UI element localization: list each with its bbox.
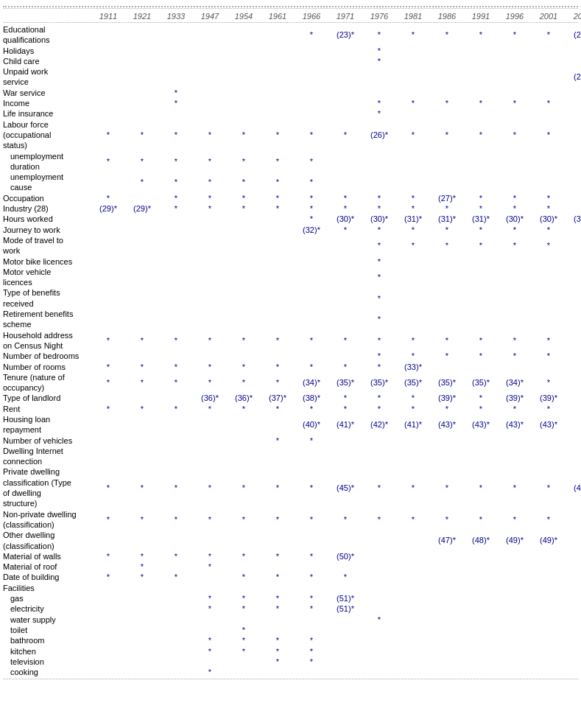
data-cell: * xyxy=(328,572,362,582)
year-header-2006: 2006 xyxy=(566,12,581,21)
data-cell: * xyxy=(362,108,396,119)
data-cell: * xyxy=(532,404,566,414)
topic-name: Educational qualifications xyxy=(3,24,91,46)
data-cell: * xyxy=(464,130,498,140)
data-cell: * xyxy=(159,335,193,346)
topic-name: bathroom xyxy=(3,635,91,645)
data-cell: * xyxy=(159,551,193,561)
year-header-1976: 1976 xyxy=(362,12,396,21)
topic-name: television xyxy=(3,657,91,667)
topic-name: Income xyxy=(3,98,91,108)
data-cell: * xyxy=(227,635,261,645)
data-cell: * xyxy=(261,130,295,140)
data-cell: * xyxy=(566,240,581,251)
table-row: Educational qualifications*(23)*******(2… xyxy=(3,24,578,46)
data-cell: * xyxy=(91,572,125,582)
data-cell: * xyxy=(125,130,159,140)
data-cell: * xyxy=(328,514,362,525)
data-cell: * xyxy=(91,404,125,414)
table-row: Dwelling Internetconnection** xyxy=(3,446,578,467)
data-cell: * xyxy=(295,603,328,614)
topic-name: unemploymentduration xyxy=(3,151,91,172)
data-cell: * xyxy=(125,377,159,388)
data-cell: * xyxy=(430,130,464,140)
data-cell: * xyxy=(193,177,227,187)
data-cell: * xyxy=(532,514,566,525)
data-cell: * xyxy=(159,514,193,525)
data-cell: * xyxy=(396,351,430,361)
data-cell: * xyxy=(362,225,396,235)
table-row: Occupation*********(27)****** xyxy=(3,193,578,203)
data-cell: * xyxy=(125,177,159,187)
table-row: Mode of travel towork******** xyxy=(3,235,578,256)
table-row: Motor vehiclelicences* xyxy=(3,267,578,288)
table-row: bathroom**** xyxy=(3,635,578,645)
header-bottom-border xyxy=(3,22,578,23)
data-cell: * xyxy=(498,404,532,414)
data-cell: * xyxy=(498,351,532,361)
topic-name: Dwelling Internetconnection xyxy=(3,446,91,467)
data-cell: * xyxy=(193,377,227,388)
data-cell: (33)* xyxy=(396,362,430,372)
data-cell: * xyxy=(227,335,261,346)
data-cell: * xyxy=(91,156,125,167)
table-row: Labour force(occupationalstatus)********… xyxy=(3,119,578,151)
data-cell: * xyxy=(566,98,581,108)
data-cell: * xyxy=(362,272,396,282)
data-cell: * xyxy=(227,377,261,388)
table-row: Number of bedrooms******** xyxy=(3,351,578,361)
data-cell: * xyxy=(159,362,193,372)
table-row: Household addresson Census Night********… xyxy=(3,330,578,351)
data-cell: * xyxy=(566,130,581,140)
data-cell: (35)* xyxy=(396,377,430,388)
table-row: Unpaid workservice(25)*(25)* xyxy=(3,66,578,88)
data-cell: * xyxy=(464,193,498,203)
table-row: Private dwellingclassification (Typeof d… xyxy=(3,466,578,508)
data-cell: * xyxy=(498,483,532,493)
data-cell: * xyxy=(464,98,498,108)
data-cell: * xyxy=(261,362,295,372)
data-cell: * xyxy=(261,404,295,414)
year-header-1933: 1933 xyxy=(159,12,193,21)
data-cell: * xyxy=(261,483,295,493)
topic-name: Material of roof xyxy=(3,561,91,572)
data-cell: * xyxy=(295,551,328,561)
data-cell: * xyxy=(125,335,159,346)
data-cell: * xyxy=(430,404,464,414)
data-cell: * xyxy=(430,483,464,493)
topic-name: Life insurance xyxy=(3,108,91,119)
data-cell: (30)* xyxy=(362,214,396,224)
data-cell: * xyxy=(362,393,396,403)
topic-name: Date of building xyxy=(3,572,91,582)
topic-name: War service xyxy=(3,88,91,98)
data-cell: * xyxy=(430,98,464,108)
data-cell: * xyxy=(193,667,227,677)
data-cell: * xyxy=(498,193,532,203)
data-cell: * xyxy=(532,203,566,214)
data-cell: (41)* xyxy=(396,419,430,430)
data-cell: * xyxy=(227,572,261,582)
data-cell: * xyxy=(396,98,430,108)
topic-name: Labour force(occupationalstatus) xyxy=(3,119,91,151)
data-cell: * xyxy=(566,377,581,388)
data-cell: * xyxy=(159,483,193,493)
topic-name: water supply xyxy=(3,615,91,625)
data-cell: * xyxy=(566,514,581,525)
data-cell: * xyxy=(159,377,193,388)
topic-name: Unpaid workservice xyxy=(3,66,91,88)
data-cell: * xyxy=(498,225,532,235)
topic-name: electricity xyxy=(3,603,91,614)
data-cell: (26)* xyxy=(362,130,396,140)
data-cell: * xyxy=(193,514,227,525)
data-cell: * xyxy=(328,130,362,140)
data-cell: * xyxy=(193,130,227,140)
data-cell: * xyxy=(566,351,581,361)
data-cell: * xyxy=(362,514,396,525)
data-cell: (39)* xyxy=(430,393,464,403)
data-cell: * xyxy=(362,335,396,346)
data-cell: * xyxy=(295,335,328,346)
year-header-1966: 1966 xyxy=(295,12,328,21)
data-cell: * xyxy=(159,130,193,140)
topic-name: Number of vehicles xyxy=(3,435,91,446)
table-row: Other dwelling(classification)(47)*(48)*… xyxy=(3,530,578,551)
